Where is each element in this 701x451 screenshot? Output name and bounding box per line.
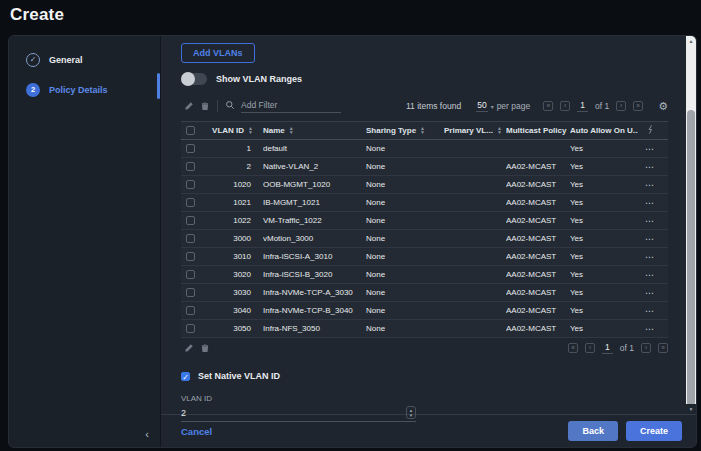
page-number-input[interactable]: 1	[577, 100, 588, 112]
last-page-button[interactable]: »	[658, 343, 668, 353]
cell-vlan-id: 3000	[205, 234, 263, 243]
trash-icon[interactable]	[197, 101, 213, 111]
select-all-checkbox[interactable]	[186, 126, 195, 135]
cell-auto-allow: Yes	[570, 252, 638, 261]
first-page-button[interactable]: «	[543, 101, 553, 111]
cell-multicast-policy: AA02-MCAST	[506, 216, 570, 225]
row-actions-icon[interactable]: ⋯	[638, 198, 668, 208]
row-actions-icon[interactable]: ⋯	[638, 180, 668, 190]
trash-icon[interactable]	[197, 343, 213, 353]
back-button[interactable]: Back	[568, 421, 618, 441]
scrollbar-thumb[interactable]	[687, 110, 695, 406]
row-checkbox[interactable]	[186, 180, 195, 189]
show-vlan-ranges-toggle[interactable]	[181, 73, 207, 85]
step-number-badge: 2	[26, 83, 40, 97]
number-stepper[interactable]: ▲▼	[406, 406, 416, 419]
prev-page-button[interactable]: ‹	[560, 101, 570, 111]
add-filter-input[interactable]	[241, 99, 341, 113]
cell-vlan-id: 1020	[205, 180, 263, 189]
table-header-row: VLAN ID▲▼Name▲▼Sharing Type▲▼Primary VL.…	[181, 121, 668, 140]
last-page-button[interactable]: »	[633, 101, 643, 111]
chevron-down-icon[interactable]: ▾	[491, 103, 494, 110]
row-actions-icon[interactable]: ⋯	[638, 288, 668, 298]
column-header-label: Multicast Policy	[506, 126, 566, 135]
cell-name: vMotion_3000	[263, 234, 366, 243]
row-actions-icon[interactable]: ⋯	[638, 162, 668, 172]
row-checkbox[interactable]	[186, 324, 195, 333]
prev-page-button[interactable]: ‹	[585, 343, 595, 353]
column-header-label: Auto Allow On U...	[570, 126, 638, 135]
row-actions-icon[interactable]: ⋯	[638, 306, 668, 316]
row-checkbox[interactable]	[186, 288, 195, 297]
cell-sharing-type: None	[366, 270, 444, 279]
per-page-select[interactable]: 50	[476, 100, 487, 112]
policy-details-panel: Add VLANs Show VLAN Ranges	[161, 36, 696, 447]
cell-vlan-id: 3040	[205, 306, 263, 315]
sort-icon[interactable]: ▲▼	[497, 127, 502, 134]
row-actions-icon[interactable]: ⋯	[638, 144, 668, 154]
edit-icon[interactable]	[181, 343, 197, 353]
table-row: 1defaultNoneYes⋯	[181, 140, 668, 158]
set-native-vlan-checkbox[interactable]: ✓	[181, 372, 190, 381]
row-actions-icon[interactable]: ⋯	[638, 252, 668, 262]
row-checkbox[interactable]	[186, 252, 195, 261]
column-header-label: VLAN ID	[212, 126, 244, 135]
cell-sharing-type: None	[366, 288, 444, 297]
row-actions-icon[interactable]: ⋯	[638, 324, 668, 334]
add-vlans-button[interactable]: Add VLANs	[181, 43, 255, 63]
cell-name: Infra-iSCSI-B_3020	[263, 270, 366, 279]
create-button[interactable]: Create	[626, 421, 682, 441]
column-header-sharing-type: Sharing Type▲▼	[366, 126, 444, 135]
table-row: 1022VM-Traffic_1022NoneAA02-MCASTYes⋯	[181, 212, 668, 230]
scroll-down-icon[interactable]: ▼	[686, 404, 696, 414]
cell-auto-allow: Yes	[570, 162, 638, 171]
column-header-label: Sharing Type	[366, 126, 416, 135]
cell-sharing-type: None	[366, 216, 444, 225]
cell-multicast-policy: AA02-MCAST	[506, 288, 570, 297]
sort-icon[interactable]: ▲▼	[248, 127, 253, 134]
next-page-button[interactable]: ›	[616, 101, 626, 111]
cell-multicast-policy: AA02-MCAST	[506, 270, 570, 279]
cancel-link[interactable]: Cancel	[181, 426, 212, 437]
table-row: 2Native-VLAN_2NoneAA02-MCASTYes⋯	[181, 158, 668, 176]
page-number-input[interactable]: 1	[602, 342, 613, 354]
row-checkbox[interactable]	[186, 270, 195, 279]
cell-vlan-id: 1021	[205, 198, 263, 207]
cell-vlan-id: 3020	[205, 270, 263, 279]
gear-icon[interactable]: ⚙	[658, 101, 668, 112]
cell-multicast-policy: AA02-MCAST	[506, 162, 570, 171]
edit-icon[interactable]	[181, 101, 197, 111]
policy-details-content: Add VLANs Show VLAN Ranges	[161, 36, 696, 414]
sort-icon[interactable]: ▲▼	[420, 127, 425, 134]
sort-icon[interactable]: ▲▼	[289, 127, 294, 134]
vertical-scrollbar[interactable]: ▲ ▼	[686, 36, 696, 414]
row-checkbox[interactable]	[186, 234, 195, 243]
row-checkbox[interactable]	[186, 198, 195, 207]
column-header-auto-allow-on-u: Auto Allow On U...	[570, 126, 638, 135]
step-general[interactable]: ✓ General	[9, 48, 160, 72]
cell-auto-allow: Yes	[570, 306, 638, 315]
sidebar-collapse-icon[interactable]: ‹	[145, 429, 149, 440]
check-circle-icon: ✓	[26, 53, 40, 67]
stepper-down-icon[interactable]: ▼	[409, 413, 413, 418]
cell-sharing-type: None	[366, 162, 444, 171]
step-policy-details[interactable]: 2 Policy Details	[9, 78, 160, 102]
set-native-vlan-label: Set Native VLAN ID	[198, 371, 280, 381]
per-page-label: per page	[497, 101, 531, 111]
vlan-id-input[interactable]	[181, 408, 406, 418]
cell-auto-allow: Yes	[570, 216, 638, 225]
row-checkbox[interactable]	[186, 144, 195, 153]
row-actions-icon[interactable]: ⋯	[638, 234, 668, 244]
table-row: 3040Infra-NVMe-TCP-B_3040NoneAA02-MCASTY…	[181, 302, 668, 320]
first-page-button[interactable]: «	[568, 343, 578, 353]
row-actions-icon[interactable]: ⋯	[638, 216, 668, 226]
row-checkbox[interactable]	[186, 162, 195, 171]
table-row: 3000vMotion_3000NoneAA02-MCASTYes⋯	[181, 230, 668, 248]
cell-name: OOB-MGMT_1020	[263, 180, 366, 189]
row-actions-icon[interactable]: ⋯	[638, 270, 668, 280]
scroll-up-icon[interactable]: ▲	[686, 36, 696, 46]
row-checkbox[interactable]	[186, 306, 195, 315]
column-options-icon[interactable]	[647, 124, 654, 137]
next-page-button[interactable]: ›	[641, 343, 651, 353]
row-checkbox[interactable]	[186, 216, 195, 225]
